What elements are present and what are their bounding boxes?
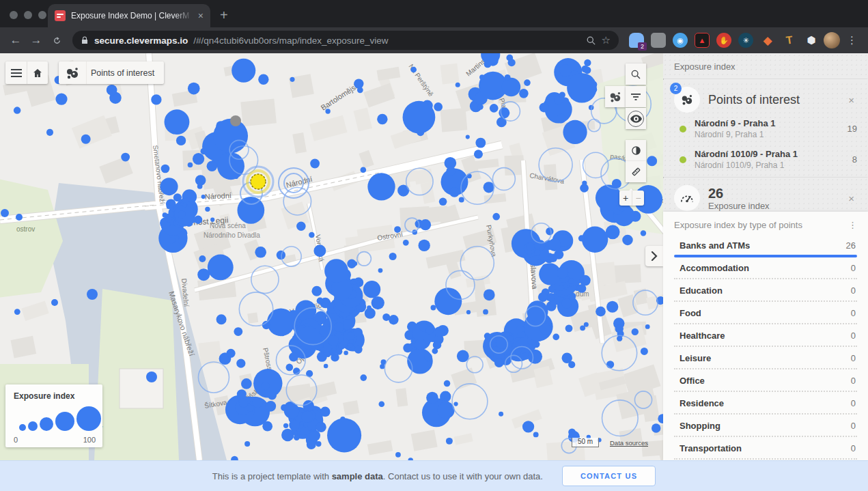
window-minimize-button[interactable] [24,11,32,19]
poi-circle[interactable] [262,382,270,390]
poi-circle[interactable] [352,262,357,266]
poi-circle[interactable] [107,85,117,96]
refresh-button[interactable] [48,31,66,49]
map-search-button[interactable] [626,64,646,85]
url-bar[interactable]: secure.clevermaps.io /#/qn4ctubi6vub0ors… [72,31,619,50]
poi-circle[interactable] [262,421,272,432]
home-button[interactable] [27,61,48,84]
poi-circle[interactable] [580,325,585,331]
poi-circle[interactable] [121,153,130,162]
poi-circle[interactable] [539,255,544,260]
poi-circle[interactable] [237,389,247,399]
poi-circle[interactable] [316,441,321,447]
poi-circle[interactable] [320,326,331,337]
poi-circle[interactable] [310,159,320,169]
poi-circle[interactable] [477,104,483,109]
poi-circle[interactable] [266,401,277,412]
indicator-close-icon[interactable]: × [845,190,857,207]
poi-circle[interactable] [490,104,499,113]
poi-circle[interactable] [647,156,657,166]
poi-circle[interactable] [615,324,624,333]
poi-circle[interactable] [641,230,646,236]
poi-circle[interactable] [645,324,650,329]
poi-circle[interactable] [349,339,354,344]
menu-button[interactable] [5,61,27,84]
poi-circle[interactable] [389,253,397,260]
poi-circle[interactable] [484,60,492,68]
contact-us-button[interactable]: CONTACT US [562,466,656,486]
poi-circle[interactable] [313,244,326,257]
measure-button[interactable] [626,161,646,182]
poi-circle[interactable] [277,251,285,259]
poi-circle[interactable] [296,221,305,230]
poi-circle[interactable] [205,207,210,212]
poi-circle[interactable] [557,114,566,124]
poi-circle[interactable] [494,358,504,367]
poi-circle[interactable] [557,267,568,279]
poi-circle[interactable] [295,300,316,321]
zoom-out-button[interactable]: − [632,191,644,206]
ghost-extension-icon[interactable]: 2 [629,33,644,48]
poi-circle[interactable] [236,359,245,368]
poi-circle[interactable] [255,247,266,258]
points-of-interest-chip[interactable]: Points of interest [59,61,164,84]
sidebar-collapse-button[interactable] [645,246,663,266]
poi-circle[interactable] [378,268,383,273]
poi-circle[interactable] [496,117,507,127]
breakdown-row[interactable]: Leisure0 [674,347,857,369]
zoom-in-button[interactable]: + [619,191,632,206]
filter-button[interactable] [626,86,646,107]
poi-circle[interactable] [188,163,193,168]
poi-circle[interactable] [484,333,491,339]
screenshot-extension-icon[interactable] [651,33,666,48]
poi-circle[interactable] [367,173,395,200]
poi-circle[interactable] [559,64,572,76]
poi-circle[interactable] [446,438,453,445]
poi-circle[interactable] [258,74,268,85]
poi-circle[interactable] [444,380,451,387]
breakdown-menu-icon[interactable]: ⋮ [848,220,857,230]
poi-circle[interactable] [606,361,614,368]
poi-list-item[interactable]: Národní 1010/9 - Praha 1 Národní 1010/9,… [674,143,857,174]
fox-extension-icon[interactable]: ◆ [760,33,775,48]
poi-circle[interactable] [641,348,648,355]
poi-circle[interactable] [403,101,436,134]
poi-circle[interactable] [331,348,337,354]
poi-circle[interactable] [163,212,168,218]
poi-circle[interactable] [389,315,398,324]
window-close-button[interactable] [10,11,18,19]
poi-circle[interactable] [199,255,206,262]
poi-circle[interactable] [578,235,585,241]
poi-circle[interactable] [426,392,438,404]
poi-circle[interactable] [372,296,384,309]
poi-circle[interactable] [380,364,384,369]
window-maximize-button[interactable] [38,11,46,19]
poi-list-item[interactable]: Národní 9 - Praha 1 Národní 9, Praha 1 1… [674,113,857,143]
poi-circle[interactable] [178,210,186,219]
poi-circle[interactable] [502,78,520,96]
poi-circle[interactable] [354,79,363,88]
poi-circle[interactable] [317,297,324,304]
poi-circle[interactable] [508,59,516,66]
poi-circle[interactable] [303,400,314,411]
poi-circle[interactable] [16,214,23,221]
poi-circle[interactable] [565,324,573,332]
blocker-extension-icon[interactable]: ✋ [716,33,731,48]
poi-circle[interactable] [540,324,551,335]
poi-circle[interactable] [559,92,565,98]
puzzle-extensions-icon[interactable]: ⬢ [804,33,819,48]
poi-circle[interactable] [453,402,458,406]
window-controls[interactable] [10,11,46,19]
poi-circle[interactable] [434,102,443,111]
poi-circle[interactable] [301,411,313,423]
poi-circle[interactable] [425,353,432,361]
poi-circle[interactable] [234,327,242,336]
poi-circle[interactable] [360,374,367,381]
poi-circle[interactable] [324,364,328,368]
poi-circle[interactable] [283,423,288,428]
poi-circle[interactable] [456,83,460,87]
poi-circle[interactable] [549,254,557,262]
poi-circle[interactable] [193,153,204,165]
poi-circle[interactable] [612,179,621,188]
poi-circle[interactable] [524,79,531,86]
